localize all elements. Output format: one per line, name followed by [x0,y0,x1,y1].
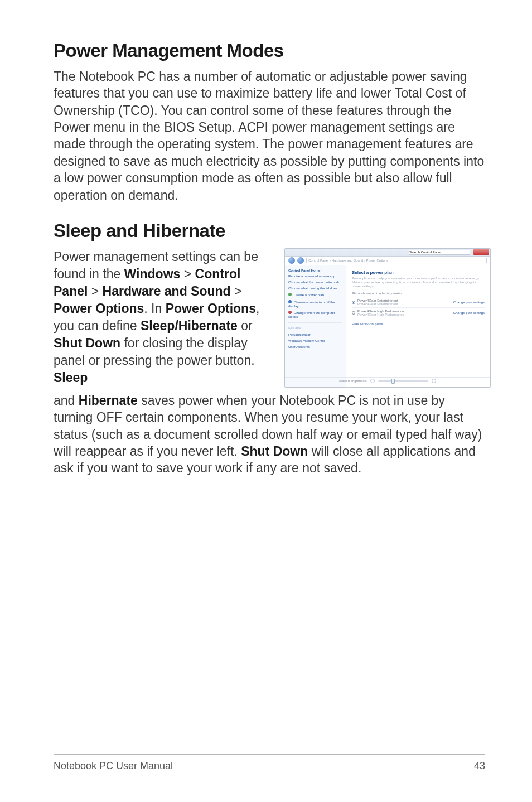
sidebar-link[interactable]: Create a power plan [288,293,342,297]
sidebar-link[interactable]: Choose when to turn off the display [288,300,342,308]
sidebar-link[interactable]: Choose what the power buttons do [288,281,342,284]
sidebar-link[interactable]: Personalization [288,333,342,337]
nav-forward-button[interactable] [297,257,304,264]
sidebar: Control Panel Home Require a password on… [285,265,346,387]
footer-title: Notebook PC User Manual [54,760,173,772]
see-also-heading: See also [288,326,342,330]
sidebar-link[interactable]: Require a password on wakeup [288,274,342,278]
sidebar-link[interactable]: Windows Mobility Center [288,339,342,343]
main-heading: Select a power plan [352,270,485,275]
sidebar-link[interactable]: User Accounts [288,345,342,349]
hide-plans-row[interactable]: Hide additional plans ⌃ [352,318,485,329]
main-panel: Select a power plan Power plans can help… [346,265,490,387]
nav-back-button[interactable] [288,257,295,264]
power-plan-row: Power4Gear High Performance Power4Gear H… [352,307,485,318]
page-number: 43 [474,760,485,772]
sun-bright-icon [432,379,436,383]
heading-sleep-hibernate: Sleep and Hibernate [54,220,485,241]
chevron-up-icon: ⌃ [482,323,485,327]
search-input[interactable]: Search Control Panel [409,250,470,255]
plans-subheading: Plans shown on the battery meter [352,292,485,295]
power-plan-row: Power4Gear Entertainment Power4Gear Ente… [352,297,485,307]
sidebar-link[interactable]: Choose what closing the lid does [288,287,342,291]
breadcrumb[interactable]: Control Panel › Hardware and Sound › Pow… [306,258,487,263]
change-plan-link[interactable]: Change plan settings [453,301,485,304]
brightness-footer: Screen brightness: [285,377,490,385]
brightness-label: Screen brightness: [339,379,367,383]
main-description: Power plans can help you maximize your c… [352,277,485,289]
radio-icon[interactable] [352,311,355,315]
plan-desc: Power4Gear Entertainment [357,302,398,306]
sidebar-heading: Control Panel Home [288,269,342,272]
paragraph-sleep-continued: and Hibernate saves power when your Note… [54,392,485,477]
change-plan-link[interactable]: Change plan settings [453,311,485,315]
paragraph-power-management: The Notebook PC has a number of automati… [54,68,485,204]
brightness-slider[interactable] [378,380,428,382]
sun-dim-icon [370,379,375,383]
paragraph-sleep-left: Power management settings can be found i… [54,248,274,388]
screenshot-power-options: Search Control Panel Control Panel › Har… [284,248,491,388]
radio-selected-icon[interactable] [352,301,355,304]
close-icon[interactable] [473,249,489,255]
heading-power-management: Power Management Modes [54,40,485,61]
sidebar-link[interactable]: Change when the computer sleeps [288,311,342,319]
plan-desc: Power4Gear High Performance [357,313,404,316]
